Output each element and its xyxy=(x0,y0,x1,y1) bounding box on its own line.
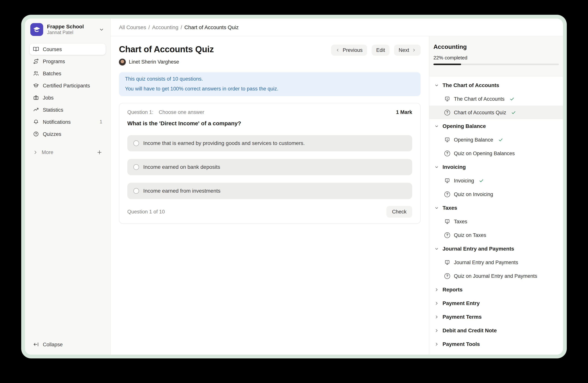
lesson-row[interactable]: Invoicing xyxy=(429,174,563,187)
lesson-row[interactable]: Taxes xyxy=(429,215,563,228)
chevron-right-icon xyxy=(33,150,38,154)
radio-button[interactable] xyxy=(133,164,139,170)
lesson-row[interactable]: Journal Entry and Payments xyxy=(429,255,563,269)
chapter-title: Payment Terms xyxy=(442,314,482,320)
users-icon xyxy=(33,70,39,77)
answer-option-3[interactable]: Income earned from investments xyxy=(127,183,412,199)
quiz-icon xyxy=(444,151,450,156)
course-outline-list: The Chart of Accounts The Chart of Accou… xyxy=(429,77,563,355)
sidebar-item-batches[interactable]: Batches xyxy=(30,68,106,79)
check-button[interactable]: Check xyxy=(386,206,412,217)
lesson-icon xyxy=(444,178,450,183)
sidebar-item-label: Jobs xyxy=(43,95,54,100)
chevron-down-icon xyxy=(435,124,439,128)
lesson-icon xyxy=(444,219,450,224)
sidebar-more-toggle[interactable]: More xyxy=(30,147,106,158)
trending-up-icon xyxy=(33,107,39,113)
sidebar-collapse-button[interactable]: Collapse xyxy=(30,339,106,350)
check-icon xyxy=(498,137,503,142)
sidebar-item-notifications[interactable]: Notifications 1 xyxy=(30,116,106,128)
previous-button[interactable]: Previous xyxy=(331,45,367,56)
lesson-icon xyxy=(444,259,450,265)
sidebar-item-label: Statistics xyxy=(43,107,63,113)
notifications-count-badge: 1 xyxy=(100,119,102,125)
breadcrumb-accounting[interactable]: Accounting xyxy=(152,24,178,30)
answer-option-1[interactable]: Income that is earned by providing goods… xyxy=(127,135,412,151)
sidebar-item-programs[interactable]: Programs xyxy=(30,56,106,67)
quiz-info-line: This quiz consists of 10 questions. xyxy=(125,74,415,84)
lesson-row[interactable]: Quiz on Journal Entry and Payments xyxy=(429,269,563,283)
lesson-title: Quiz on Journal Entry and Payments xyxy=(454,273,537,279)
answer-option-2[interactable]: Income earned on bank deposits xyxy=(127,159,412,175)
sidebar-item-quizzes[interactable]: Quizzes xyxy=(30,128,106,140)
course-progress-label: 22% completed xyxy=(433,55,559,60)
edit-button[interactable]: Edit xyxy=(372,45,390,56)
main-header: Chart of Accounts Quiz Linet Sherin Varg… xyxy=(119,44,420,65)
chapter-row[interactable]: Payment Tools xyxy=(429,337,563,351)
lesson-title: Quiz on Taxes xyxy=(454,232,486,238)
sidebar-item-courses[interactable]: Courses xyxy=(30,43,106,55)
previous-button-label: Previous xyxy=(343,47,363,53)
question-number-label: Question 1: xyxy=(127,109,153,115)
sidebar-item-label: Notifications xyxy=(43,119,71,125)
sidebar-item-label: Quizzes xyxy=(43,131,61,137)
lesson-row[interactable]: Quiz on Invoicing xyxy=(429,187,563,201)
question-text: What is the 'Direct Income' of a company… xyxy=(127,120,412,126)
radio-button[interactable] xyxy=(133,188,139,193)
chapter-title: Payment Entry xyxy=(442,300,480,306)
chevron-down-icon xyxy=(435,206,439,210)
breadcrumb: All Courses / Accounting / Chart of Acco… xyxy=(111,19,563,36)
add-button[interactable] xyxy=(97,149,102,155)
body-row: Chart of Accounts Quiz Linet Sherin Varg… xyxy=(111,36,563,355)
chapter-title: The Chart of Accounts xyxy=(442,82,499,88)
left-sidebar: Frappe School Jannat Patel Courses xyxy=(25,19,111,355)
chapter-title: Opening Balance xyxy=(442,123,486,129)
chevron-down-icon xyxy=(435,83,439,87)
next-button[interactable]: Next xyxy=(394,45,420,56)
chapter-row[interactable]: Debit and Credit Note xyxy=(429,324,563,337)
chapter-row[interactable]: Journal Entry and Payments xyxy=(429,242,563,255)
chapter-row[interactable]: Payment Terms xyxy=(429,310,563,324)
book-open-icon xyxy=(33,46,39,52)
quiz-icon xyxy=(444,110,450,115)
chevron-down-icon xyxy=(99,27,104,32)
chapter-row[interactable]: Invoicing xyxy=(429,160,563,174)
lesson-row[interactable]: Quiz on Taxes xyxy=(429,228,563,242)
chevron-right-icon xyxy=(435,342,439,346)
content-column: All Courses / Accounting / Chart of Acco… xyxy=(111,19,563,355)
course-progress-bar xyxy=(433,64,559,65)
sidebar-item-certified-participants[interactable]: Certified Participants xyxy=(30,80,106,91)
lesson-row-current[interactable]: Chart of Accounts Quiz xyxy=(429,106,563,119)
chapter-row[interactable]: Opening Balance xyxy=(429,119,563,133)
lesson-row[interactable]: The Chart of Accounts xyxy=(429,92,563,106)
chapter-row[interactable]: Reports xyxy=(429,283,563,296)
sidebar-item-label: Programs xyxy=(43,58,65,64)
chapter-row[interactable]: Taxes xyxy=(429,201,563,215)
frappe-school-logo xyxy=(30,23,43,36)
radio-button[interactable] xyxy=(133,140,139,146)
question-card: Question 1: Choose one answer 1 Mark Wha… xyxy=(119,103,420,224)
workspace-switcher[interactable]: Frappe School Jannat Patel xyxy=(30,22,106,36)
quiz-actions: Previous Edit Next xyxy=(331,45,420,56)
title-block: Chart of Accounts Quiz Linet Sherin Varg… xyxy=(119,44,214,65)
sidebar-spacer xyxy=(30,158,106,339)
chevron-right-icon xyxy=(435,287,439,292)
quiz-icon xyxy=(444,232,450,238)
chevron-right-icon xyxy=(435,315,439,319)
lesson-row[interactable]: Opening Balance xyxy=(429,133,563,147)
lesson-row[interactable]: Quiz on Opening Balances xyxy=(429,147,563,160)
chapter-title: Reports xyxy=(442,287,462,292)
sidebar-item-jobs[interactable]: Jobs xyxy=(30,92,106,103)
author-avatar xyxy=(119,59,126,65)
help-circle-icon xyxy=(33,131,39,137)
sidebar-item-label: Batches xyxy=(43,71,61,76)
sidebar-item-statistics[interactable]: Statistics xyxy=(30,104,106,115)
lesson-icon xyxy=(444,96,450,102)
app-window: Frappe School Jannat Patel Courses xyxy=(21,15,567,358)
chevron-right-icon xyxy=(412,48,416,52)
chapter-row[interactable]: The Chart of Accounts xyxy=(429,78,563,92)
chevron-down-icon xyxy=(435,247,439,251)
breadcrumb-all-courses[interactable]: All Courses xyxy=(119,24,146,30)
chapter-row[interactable]: Payment Entry xyxy=(429,296,563,310)
sidebar-more-label: More xyxy=(42,149,53,155)
